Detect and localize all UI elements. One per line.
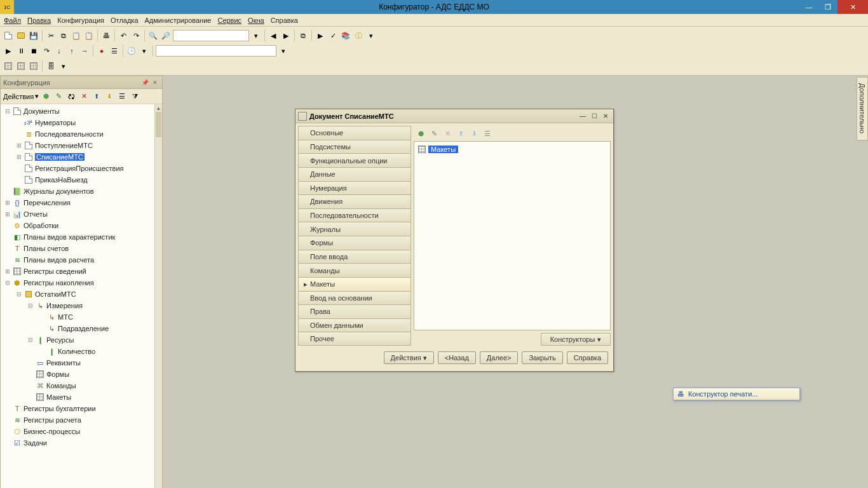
menu-service[interactable]: Сервис <box>217 17 241 24</box>
tree-node[interactable]: ⊞Регистры сведений <box>1 266 162 277</box>
list-tpl-icon[interactable]: ☰ <box>482 128 493 139</box>
panel-close-icon[interactable]: ✕ <box>151 78 159 87</box>
windows-icon[interactable]: ⧉ <box>297 30 309 41</box>
tree-node[interactable]: ⚙Обработки <box>1 220 162 231</box>
tb3-5-icon[interactable]: ▾ <box>58 60 69 72</box>
tree-node[interactable]: ≋Регистры расчета <box>1 414 162 426</box>
up-icon[interactable]: ⬆ <box>91 91 102 102</box>
find2-icon[interactable]: 🔎 <box>160 30 172 41</box>
paste2-icon[interactable]: 📋 <box>83 30 95 41</box>
docwin-tab[interactable]: ▸Макеты <box>298 277 411 291</box>
config-tree[interactable]: ⊟Документы₂3⁴Нумераторы≣Последовательнос… <box>1 104 162 488</box>
tree-node[interactable]: ⊟Документы <box>1 105 162 117</box>
refresh-icon[interactable]: 🗘 <box>65 91 77 102</box>
actions-menu[interactable]: Действия ▾ <box>3 92 39 100</box>
tree-node[interactable]: ⊞ПоступлениеМТС <box>1 140 162 151</box>
maximize-button[interactable]: ❐ <box>818 0 837 14</box>
docwin-tab[interactable]: Основные <box>298 126 411 140</box>
debug-out-icon[interactable]: ↑ <box>66 45 78 57</box>
tree-node[interactable]: ⊞📊Отчеты <box>1 208 162 220</box>
expand-icon[interactable]: ⊞ <box>15 142 24 149</box>
list-add-icon[interactable]: ⊕ <box>415 128 426 139</box>
tree-node[interactable]: ⬡Бизнес-процессы <box>1 426 162 437</box>
copy-icon[interactable]: ⧉ <box>58 30 69 41</box>
templates-list[interactable]: Макеты <box>414 141 611 330</box>
expand-icon[interactable]: ⊟ <box>26 337 35 343</box>
paste-icon[interactable]: 📋 <box>71 30 82 41</box>
tree-node[interactable]: ☑Задачи <box>1 437 162 449</box>
expand-icon[interactable]: ⊟ <box>26 302 35 309</box>
print-icon[interactable]: 🖶 <box>100 30 112 41</box>
tree-node[interactable]: ПриказНаВыезд <box>1 174 162 186</box>
tree-node[interactable]: ⊟↳Измерения <box>1 300 162 311</box>
books-icon[interactable]: 📚 <box>340 30 351 41</box>
docwin-max-icon[interactable]: ☐ <box>589 112 599 121</box>
edit-icon[interactable]: ✎ <box>53 91 64 102</box>
minimize-button[interactable]: — <box>799 0 818 14</box>
debug-stop-icon[interactable]: ⏹ <box>28 45 39 57</box>
nav-back-icon[interactable]: ◀ <box>268 30 279 41</box>
expand-icon[interactable]: ⊞ <box>3 211 12 217</box>
debug-dd-icon[interactable]: ▾ <box>278 45 289 57</box>
constructors-button[interactable]: Конструкторы▾ <box>541 333 611 346</box>
list-down-icon[interactable]: ⬇ <box>468 128 480 139</box>
find-icon[interactable]: 🔍 <box>147 30 159 41</box>
debug-step-icon[interactable]: ↷ <box>41 45 52 57</box>
docwin-tab[interactable]: Ввод на основании <box>298 291 411 305</box>
close-button[interactable]: ✕ <box>837 0 868 14</box>
menu-debug[interactable]: Отладка <box>111 17 138 24</box>
list-edit-icon[interactable]: ✎ <box>428 128 440 139</box>
tree-node[interactable]: TРегистры бухгалтерии <box>1 403 162 414</box>
run-icon[interactable]: ▶ <box>315 30 326 41</box>
tree-node[interactable]: ⊟❙Ресурсы <box>1 334 162 346</box>
panel-pin-icon[interactable]: 📌 <box>140 78 149 87</box>
expand-icon[interactable]: ⊞ <box>15 154 24 160</box>
search-dd-icon[interactable]: ▾ <box>250 30 262 41</box>
redo-icon[interactable]: ↷ <box>130 30 142 41</box>
help-button[interactable]: Справка <box>567 351 608 364</box>
docwin-tab[interactable]: Подсистемы <box>298 140 411 154</box>
docwin-tab[interactable]: Данные <box>298 167 411 181</box>
docwin-tab[interactable]: Команды <box>298 263 411 277</box>
menu-file[interactable]: Файл <box>4 17 21 24</box>
tree-node[interactable]: РегистрацияПроисшествия <box>1 163 162 174</box>
save-icon[interactable]: 💾 <box>28 30 39 41</box>
search-input[interactable] <box>173 30 249 41</box>
clock-dd-icon[interactable]: ▾ <box>139 45 150 57</box>
cut-icon[interactable]: ✂ <box>45 30 57 41</box>
expand-icon[interactable]: ⊟ <box>15 291 24 297</box>
tree-node[interactable]: ▭Реквизиты <box>1 357 162 369</box>
bp-list-icon[interactable]: ☰ <box>109 45 120 57</box>
expand-icon[interactable]: ⊞ <box>3 200 12 206</box>
close-button[interactable]: Закрыть <box>522 351 562 364</box>
tb3-4-icon[interactable]: 🗄 <box>45 60 57 72</box>
open-icon[interactable] <box>15 30 27 41</box>
syntax-icon[interactable]: ✓ <box>327 30 339 41</box>
debug-cursor-icon[interactable]: → <box>79 45 90 57</box>
debug-play-icon[interactable]: ▶ <box>3 45 14 57</box>
actions-button[interactable]: Действия ▾ <box>384 351 434 364</box>
tree-node[interactable]: Макеты <box>1 391 162 403</box>
tree-node[interactable]: ⊟⬢Регистры накопления <box>1 277 162 288</box>
docwin-tab[interactable]: Права <box>298 304 411 318</box>
docwin-tab[interactable]: Движения <box>298 194 411 208</box>
list-del-icon[interactable]: ✕ <box>442 128 453 139</box>
docwin-tab[interactable]: Поле ввода <box>298 250 411 264</box>
docwin-tab[interactable]: Последовательности <box>298 208 411 222</box>
tree-node[interactable]: TПланы счетов <box>1 243 162 254</box>
docwin-titlebar[interactable]: Документ СписаниеМТС — ☐ ✕ <box>295 109 613 123</box>
list-icon[interactable]: ☰ <box>116 91 128 102</box>
tree-node[interactable]: ⊞{}Перечисления <box>1 197 162 208</box>
menu-configuration[interactable]: Конфигурация <box>57 17 104 24</box>
help-icon[interactable]: ⓘ <box>353 30 364 41</box>
tb3-1-icon[interactable] <box>3 60 14 72</box>
tree-node[interactable]: ⌘Команды <box>1 380 162 391</box>
tree-node[interactable]: ≣Последовательности <box>1 128 162 140</box>
docwin-min-icon[interactable]: — <box>578 112 588 121</box>
breakpoint-icon[interactable]: ● <box>96 45 107 57</box>
tree-node[interactable]: ≋Планы видов расчета <box>1 254 162 266</box>
tree-node[interactable]: 📗Журналы документов <box>1 186 162 197</box>
undo-icon[interactable]: ↶ <box>118 30 129 41</box>
constructor-popup[interactable]: 🖶 Конструктор печати... <box>673 388 800 400</box>
expand-icon[interactable]: ⊟ <box>3 280 12 286</box>
